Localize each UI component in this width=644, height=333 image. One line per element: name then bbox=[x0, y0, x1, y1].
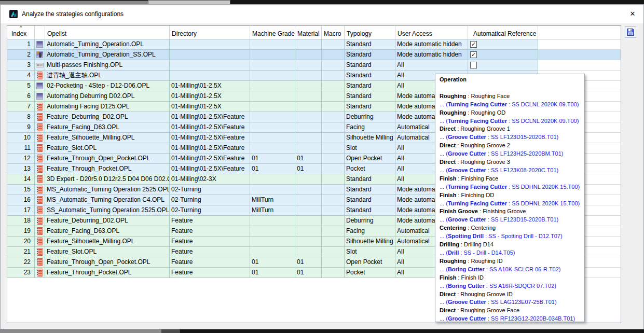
cell-opelist: MS_Automatic_Turning Operation 2525.OPL bbox=[45, 185, 170, 195]
cell-index: 22 bbox=[7, 257, 35, 268]
column-header-macro[interactable]: Macro bbox=[322, 26, 345, 39]
tooltip-operation-line: Direct : Rhouging Groove ID bbox=[440, 290, 582, 299]
cell-typology: Facing bbox=[345, 122, 395, 133]
cell-macro bbox=[322, 81, 345, 91]
cell-icon bbox=[35, 257, 45, 268]
cell-index: 6 bbox=[7, 91, 35, 102]
cell-macro bbox=[322, 205, 345, 216]
column-header-automatical-reference[interactable]: Automatical Reference bbox=[468, 26, 538, 39]
column-header-filler bbox=[538, 26, 621, 39]
cell-typology: Standard bbox=[345, 91, 395, 102]
cell-index: 21 bbox=[7, 247, 35, 257]
cell-opelist: 3D Expert - D20r5.0 D12r2.5 D04 D06 D02.… bbox=[45, 174, 170, 185]
tooltip-operation-line: Direct : Roughing Groove Face bbox=[440, 307, 582, 315]
cell-material bbox=[295, 216, 322, 226]
cell-typology: Standard bbox=[345, 39, 395, 50]
cell-index: 2 bbox=[7, 50, 35, 60]
cell-macro bbox=[322, 60, 345, 71]
cell-machine-grade: MillTurn bbox=[250, 205, 295, 216]
cell-material bbox=[295, 205, 322, 216]
cell-typology: Standard bbox=[345, 102, 395, 112]
cell-directory: Feature bbox=[170, 268, 250, 278]
cell-opelist: Feature_Through_Pocket.OPL bbox=[45, 268, 170, 278]
background-bottom-strip bbox=[0, 329, 161, 333]
cell-machine-grade bbox=[250, 91, 295, 102]
automatical-reference-checkbox[interactable] bbox=[470, 62, 477, 68]
save-button[interactable] bbox=[625, 26, 636, 38]
column-header-material[interactable]: Material bbox=[295, 26, 322, 39]
cell-opelist: Feature_Through_Pocket.OPL bbox=[45, 164, 170, 174]
tooltip-tool-line: ... (Groove Cutter : SS LAG123E07-25B.T0… bbox=[440, 298, 582, 307]
table-row[interactable]: 2Automatic_Turning_Operation_SS.OPLStand… bbox=[7, 50, 621, 60]
disabled-strategy-icon bbox=[36, 63, 44, 67]
cad-app-icon bbox=[9, 10, 18, 18]
cell-opelist: 02-Pocketing - 4Step - D12-D06.OPL bbox=[45, 81, 170, 91]
column-header-machine-grade[interactable]: Machine Grade bbox=[250, 26, 295, 39]
cell-directory: 02-Turning bbox=[170, 185, 250, 195]
cell-material bbox=[295, 133, 322, 143]
cell-material bbox=[295, 102, 322, 112]
column-header-typology[interactable]: Typology bbox=[345, 26, 395, 39]
cell-machine-grade bbox=[250, 60, 295, 71]
column-header-user-access[interactable]: User Access bbox=[395, 26, 468, 39]
cell-opelist: Feature_Silhouette_Milling.OPL bbox=[45, 237, 170, 247]
tooltip-tool-line: ... (Groove Cutter : SS RF123G12-2020B-0… bbox=[440, 315, 582, 322]
table-row[interactable]: 3Multi-passes Finishing.OPLStandardAll bbox=[7, 60, 621, 71]
cell-macro bbox=[322, 174, 345, 185]
cell-machine-grade: 01 bbox=[250, 164, 295, 174]
cell-typology: Open Pocket bbox=[345, 154, 395, 164]
cell-machine-grade bbox=[250, 133, 295, 143]
cell-machine-grade bbox=[250, 50, 295, 60]
cell-macro bbox=[322, 143, 345, 154]
strategies-dialog: Analyze the strategies configurations ✕ … bbox=[0, 4, 644, 329]
cell-typology: Deburring bbox=[345, 216, 395, 226]
column-header-icon[interactable] bbox=[35, 26, 45, 39]
close-icon[interactable]: ✕ bbox=[626, 7, 639, 21]
cell-typology: Standard bbox=[345, 195, 395, 205]
cell-opelist: Automatic_Turning_Operation_SS.OPL bbox=[45, 50, 170, 60]
cell-macro bbox=[322, 216, 345, 226]
cell-opelist: Automating Facing D125.OPL bbox=[45, 102, 170, 112]
cell-macro bbox=[322, 71, 345, 81]
cell-macro bbox=[322, 257, 345, 268]
column-header-opelist[interactable]: Opelist bbox=[45, 26, 170, 39]
cell-typology: Slot bbox=[345, 247, 395, 257]
cell-directory: Feature bbox=[170, 237, 250, 247]
opelist-file-icon bbox=[36, 155, 43, 162]
cell-opelist: Feature_Silhouette_Milling.OPL bbox=[45, 133, 170, 143]
opelist-file-icon bbox=[36, 206, 43, 214]
cell-icon bbox=[35, 133, 45, 143]
cell-icon bbox=[35, 185, 45, 195]
tooltip-tool-line: ... (Groove Cutter : SS LF123D15-2020B.T… bbox=[440, 216, 582, 224]
cell-opelist: Automatic_Turning_Operation.OPL bbox=[45, 39, 170, 50]
cell-icon bbox=[35, 81, 45, 91]
cell-macro bbox=[322, 50, 345, 60]
screen: Analyze the strategies configurations ✕ … bbox=[0, 0, 644, 333]
cell-icon bbox=[35, 143, 45, 154]
background-bottom-strip-dark bbox=[161, 329, 180, 333]
opelist-file-icon bbox=[36, 227, 43, 235]
cell-typology: Standard bbox=[345, 205, 395, 216]
cell-material bbox=[295, 226, 322, 237]
title-bar[interactable]: Analyze the strategies configurations ✕ bbox=[1, 5, 643, 23]
column-header-directory[interactable]: Directory bbox=[170, 26, 250, 39]
tooltip-title: Operation bbox=[440, 76, 582, 84]
table-row[interactable]: 1Automatic_Turning_Operation.OPLStandard… bbox=[7, 39, 621, 50]
cell-icon bbox=[35, 91, 45, 102]
cell-directory: 01-Milling\01-2.5X\Feature bbox=[170, 143, 250, 154]
tooltip-operation-line: Finish : Finiching OD bbox=[440, 191, 582, 200]
cell-macro bbox=[322, 122, 345, 133]
opelist-file-icon bbox=[36, 248, 43, 256]
cell-icon bbox=[35, 50, 45, 60]
cell-index: 9 bbox=[7, 122, 35, 133]
column-header-index[interactable]: ^ Index bbox=[7, 26, 35, 39]
cam-strategy-icon bbox=[36, 41, 43, 48]
cell-opelist: Feature_Through_Open_Pocket.OPL bbox=[45, 154, 170, 164]
automatical-reference-checkbox[interactable]: ✓ bbox=[470, 41, 477, 48]
automatical-reference-checkbox[interactable]: ✓ bbox=[470, 51, 477, 58]
cell-index: 23 bbox=[7, 268, 35, 278]
cell-icon bbox=[35, 237, 45, 247]
opelist-file-icon bbox=[36, 144, 43, 152]
cell-directory bbox=[170, 60, 250, 71]
turning-tool-icon bbox=[36, 51, 43, 58]
